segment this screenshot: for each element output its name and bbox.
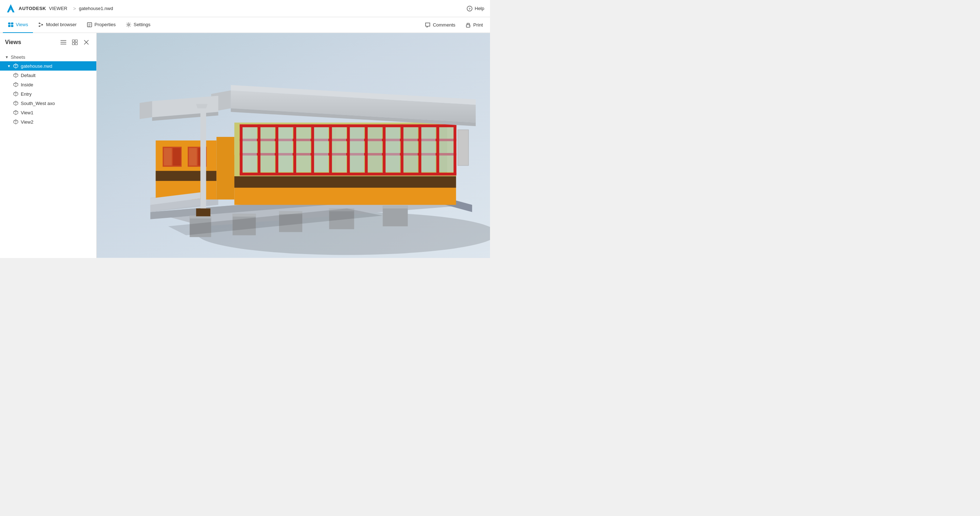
svg-rect-80 [347, 124, 350, 175]
cube-icon-view1 [13, 110, 19, 115]
comments-button[interactable]: Comments [420, 20, 460, 30]
svg-point-9 [39, 25, 40, 27]
svg-rect-81 [365, 124, 368, 175]
svg-rect-64 [173, 148, 181, 166]
svg-rect-111 [196, 209, 210, 217]
svg-point-19 [469, 25, 470, 26]
sidebar: Views [0, 33, 97, 258]
svg-rect-90 [240, 173, 456, 175]
autodesk-label: AUTODESK [19, 6, 46, 11]
svg-rect-4 [8, 22, 10, 24]
comments-label: Comments [433, 22, 455, 28]
topbar-right: ? Help [467, 6, 484, 11]
svg-rect-98 [368, 127, 382, 172]
tree-child-view2[interactable]: View2 [0, 117, 96, 126]
svg-rect-94 [296, 127, 310, 172]
svg-rect-5 [11, 22, 13, 24]
tab-settings[interactable]: Settings [121, 17, 156, 33]
svg-rect-100 [403, 127, 418, 172]
root-item-label: gatehouse.nwd [21, 64, 52, 69]
root-arrow: ▼ [7, 64, 11, 68]
viewer-label: VIEWER [49, 6, 67, 11]
svg-rect-82 [383, 124, 386, 175]
help-label: Help [475, 6, 484, 11]
cube-icon-view2 [13, 119, 19, 125]
svg-rect-75 [258, 124, 260, 175]
sidebar-header-actions [58, 37, 91, 47]
svg-rect-77 [293, 124, 296, 175]
svg-marker-112 [196, 104, 207, 108]
svg-rect-26 [75, 43, 77, 45]
svg-rect-96 [332, 127, 346, 172]
main-layout: Views [0, 33, 490, 258]
child-default-label: Default [21, 73, 35, 78]
svg-rect-70 [234, 176, 456, 188]
tab-settings-label: Settings [134, 22, 150, 27]
svg-rect-68 [216, 137, 234, 200]
breadcrumb-separator: > [73, 6, 76, 11]
child-view2-label: View2 [21, 119, 33, 125]
sidebar-header: Views [0, 33, 96, 51]
svg-line-11 [40, 23, 41, 24]
toolbar: Views Model browser Properties Settings [0, 17, 490, 33]
svg-line-12 [40, 25, 41, 26]
cube-icon-root [13, 63, 19, 69]
svg-rect-24 [75, 40, 77, 42]
svg-rect-6 [8, 25, 10, 27]
print-label: Print [473, 22, 483, 28]
grid-view-button[interactable] [70, 37, 80, 47]
tab-properties[interactable]: Properties [82, 17, 121, 33]
sidebar-content: ▼ Sheets ▼ gatehouse.nwd [0, 51, 96, 258]
tree-item-root[interactable]: ▼ gatehouse.nwd [0, 61, 96, 71]
svg-rect-99 [386, 127, 400, 172]
svg-point-8 [39, 22, 40, 24]
svg-text:?: ? [469, 7, 471, 11]
svg-point-17 [127, 24, 129, 25]
svg-rect-7 [11, 25, 13, 27]
viewport[interactable] [97, 33, 490, 258]
svg-rect-92 [260, 127, 275, 172]
tree-child-southwest[interactable]: South_West axo [0, 99, 96, 108]
svg-rect-97 [350, 127, 364, 172]
svg-rect-95 [314, 127, 328, 172]
svg-rect-76 [275, 124, 278, 175]
file-name: gatehouse1.nwd [79, 6, 113, 11]
svg-rect-85 [436, 124, 439, 175]
tree-child-view1[interactable]: View1 [0, 108, 96, 117]
svg-rect-101 [421, 127, 436, 172]
svg-rect-23 [72, 40, 75, 42]
svg-rect-63 [164, 148, 172, 166]
viewport-background [97, 33, 490, 258]
topbar: AUTODESK VIEWER > gatehouse1.nwd ? Help [0, 0, 490, 17]
print-button[interactable]: Print [461, 20, 487, 30]
tab-views[interactable]: Views [3, 17, 33, 33]
svg-rect-102 [439, 127, 453, 172]
close-sidebar-button[interactable] [81, 37, 91, 47]
help-button[interactable]: ? Help [467, 6, 484, 11]
svg-rect-86 [453, 124, 456, 175]
svg-rect-93 [278, 127, 293, 172]
child-entry-label: Entry [21, 91, 32, 97]
svg-rect-61 [156, 171, 217, 181]
cube-icon-entry [13, 91, 19, 97]
svg-rect-84 [418, 124, 421, 175]
svg-rect-91 [242, 127, 257, 172]
svg-rect-57 [383, 206, 408, 209]
svg-rect-51 [232, 214, 256, 217]
child-inside-label: Inside [21, 82, 33, 88]
tree-child-default[interactable]: Default [0, 71, 96, 80]
svg-rect-83 [401, 124, 403, 175]
svg-rect-89 [240, 124, 456, 127]
autodesk-logo: AUTODESK VIEWER [6, 3, 67, 14]
building-scene [97, 33, 490, 258]
sheets-arrow: ▼ [5, 55, 9, 59]
tree-child-entry[interactable]: Entry [0, 89, 96, 99]
svg-point-10 [41, 24, 43, 25]
list-view-button[interactable] [58, 37, 68, 47]
sheets-label-text: Sheets [11, 54, 25, 60]
tab-model-browser[interactable]: Model browser [33, 17, 81, 33]
tab-model-browser-label: Model browser [46, 22, 76, 27]
tree-child-inside[interactable]: Inside [0, 80, 96, 89]
svg-rect-110 [200, 108, 206, 212]
sheets-label[interactable]: ▼ Sheets [0, 53, 96, 61]
